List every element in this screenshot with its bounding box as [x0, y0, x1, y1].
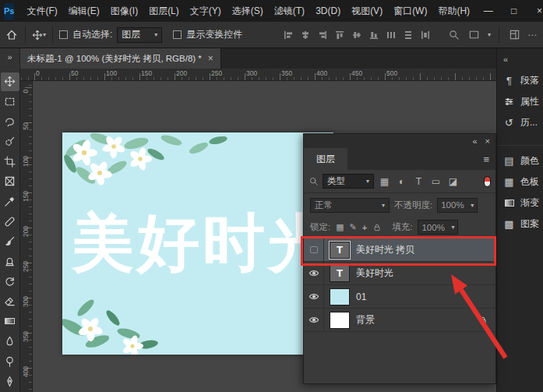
- window-controls: — □ ×: [475, 0, 543, 22]
- panel-button-history[interactable]: ↺ 历...: [497, 112, 543, 133]
- filter-shape-layers-icon[interactable]: ▭: [429, 176, 443, 187]
- menu-edit[interactable]: 编辑(E): [63, 0, 105, 22]
- blend-mode-dropdown[interactable]: 正常 ▾: [310, 198, 390, 213]
- filter-type-dropdown[interactable]: 类型 ▾: [323, 174, 374, 189]
- filter-smart-objects-icon[interactable]: ◪: [446, 176, 460, 187]
- align-middle-vertical-icon[interactable]: [350, 26, 364, 44]
- workspace-icon[interactable]: [507, 26, 521, 44]
- vertical-ruler[interactable]: 0 50 100 150 200 250 300 350 400: [20, 81, 33, 392]
- maximize-button[interactable]: □: [501, 0, 527, 22]
- fill-dropdown[interactable]: 100% ▾: [418, 220, 458, 235]
- visibility-toggle[interactable]: [304, 285, 324, 308]
- move-tool[interactable]: [1, 72, 19, 91]
- visibility-toggle[interactable]: [304, 262, 324, 284]
- blur-tool[interactable]: [1, 332, 19, 351]
- show-transform-checkbox[interactable]: [173, 30, 182, 39]
- panel-menu-icon[interactable]: ≡: [483, 148, 495, 170]
- distribute-horizontal-icon[interactable]: [384, 26, 398, 44]
- collapse-tools-icon[interactable]: »: [7, 51, 12, 63]
- align-top-icon[interactable]: [333, 26, 347, 44]
- gradient-tool[interactable]: [1, 313, 19, 331]
- chevron-down-icon[interactable]: ▾: [488, 31, 491, 38]
- text-layer-thumbnail[interactable]: T: [330, 265, 350, 282]
- layer-name[interactable]: 背景: [356, 313, 375, 327]
- menu-window[interactable]: 窗口(W): [388, 0, 432, 22]
- background-layer-thumbnail[interactable]: [330, 312, 350, 329]
- crop-tool[interactable]: [1, 153, 19, 171]
- panel-button-properties[interactable]: 属性: [497, 91, 543, 112]
- menu-file[interactable]: 文件(F): [21, 0, 62, 22]
- brush-tool[interactable]: [1, 232, 19, 251]
- align-bottom-icon[interactable]: [367, 26, 381, 44]
- expand-panels-icon[interactable]: «: [497, 55, 543, 70]
- image-layer-thumbnail[interactable]: [330, 288, 350, 305]
- quick-selection-tool[interactable]: [1, 132, 19, 151]
- lock-transparent-pixels-icon[interactable]: ▦: [336, 222, 344, 232]
- collapse-panel-icon[interactable]: «: [472, 136, 477, 146]
- move-tool-preset-icon[interactable]: ▾: [32, 26, 46, 44]
- align-left-icon[interactable]: [281, 26, 295, 44]
- layer-name[interactable]: 美好时光: [356, 267, 393, 280]
- document-tab[interactable]: 未标题-1 @ 100% (美好时光 拷贝, RGB/8) * ×: [20, 48, 221, 69]
- menu-layer[interactable]: 图层(L): [143, 0, 185, 22]
- layer-row-meihaoshiguang[interactable]: T 美好时光: [304, 262, 495, 285]
- menu-view[interactable]: 视图(V): [346, 0, 388, 22]
- home-icon[interactable]: [5, 26, 19, 44]
- menu-select[interactable]: 选择(S): [227, 0, 269, 22]
- auto-select-dropdown[interactable]: 图层 ▾: [117, 27, 162, 43]
- menu-3d[interactable]: 3D(D): [310, 0, 346, 22]
- visibility-toggle[interactable]: [304, 309, 324, 331]
- more-options-icon[interactable]: ⋯: [527, 30, 537, 41]
- distribute-vertical-icon[interactable]: [401, 26, 415, 44]
- tab-layers[interactable]: 图层: [304, 148, 347, 170]
- filter-pixel-layers-icon[interactable]: ▦: [378, 176, 391, 187]
- menu-image[interactable]: 图像(I): [105, 0, 143, 22]
- layer-row-background[interactable]: 背景: [304, 309, 495, 332]
- layer-row-01[interactable]: 01: [304, 285, 495, 309]
- canvas-text: 美好时光: [72, 212, 333, 274]
- menu-filter[interactable]: 滤镜(T): [269, 0, 310, 22]
- history-brush-tool[interactable]: [1, 272, 19, 291]
- minimize-button[interactable]: —: [475, 0, 501, 22]
- dodge-tool[interactable]: [1, 352, 19, 371]
- filter-type-layers-icon[interactable]: T: [412, 176, 425, 187]
- lock-image-pixels-icon[interactable]: ✎: [350, 222, 357, 232]
- panel-button-pattern[interactable]: ▩ 图案: [497, 214, 543, 235]
- clone-stamp-tool[interactable]: [1, 253, 19, 271]
- opacity-dropdown[interactable]: 100% ▾: [437, 198, 478, 213]
- lasso-tool[interactable]: [1, 112, 19, 131]
- healing-brush-tool[interactable]: [1, 212, 19, 231]
- panel-button-swatches[interactable]: ▦ 色板: [497, 171, 543, 192]
- layer-name[interactable]: 01: [356, 291, 366, 302]
- document-image[interactable]: 美好时光: [62, 132, 333, 355]
- layer-name[interactable]: 美好时光 拷贝: [356, 243, 414, 256]
- text-layer-thumbnail[interactable]: T: [330, 242, 350, 259]
- eyedropper-tool[interactable]: [1, 192, 19, 211]
- menu-help[interactable]: 帮助(H): [432, 0, 475, 22]
- lock-position-icon[interactable]: +: [362, 223, 367, 232]
- close-button[interactable]: ×: [527, 0, 543, 22]
- screen-mode-icon[interactable]: [467, 26, 481, 44]
- rectangular-marquee-tool[interactable]: [1, 93, 19, 111]
- lock-all-icon[interactable]: [372, 223, 382, 232]
- filter-switch-icon[interactable]: [484, 176, 491, 187]
- panel-button-label: 颜色: [520, 154, 539, 168]
- frame-tool[interactable]: [1, 172, 19, 191]
- distribute-spacing-icon[interactable]: [418, 26, 432, 44]
- search-icon[interactable]: [447, 26, 461, 44]
- align-right-icon[interactable]: [316, 26, 330, 44]
- eraser-tool[interactable]: [1, 292, 19, 311]
- panel-button-paragraph[interactable]: ¶ 段落: [497, 70, 543, 91]
- visibility-toggle[interactable]: [304, 238, 324, 261]
- menu-type[interactable]: 文字(Y): [185, 0, 227, 22]
- close-tab-icon[interactable]: ×: [208, 53, 213, 64]
- close-panel-icon[interactable]: ×: [485, 136, 490, 146]
- panel-button-color[interactable]: ▤ 颜色: [497, 150, 543, 171]
- filter-adjustment-layers-icon[interactable]: ◐: [395, 176, 408, 187]
- panel-button-gradient[interactable]: 渐变: [497, 192, 543, 214]
- align-center-horizontal-icon[interactable]: [298, 26, 312, 44]
- pen-tool[interactable]: [1, 372, 19, 390]
- auto-select-checkbox[interactable]: [59, 30, 68, 39]
- layer-row-meihaoshiguang-copy[interactable]: T 美好时光 拷贝: [304, 238, 495, 262]
- horizontal-ruler[interactable]: 0 50 100 150 200 250 300 350 400 450 500: [20, 69, 496, 81]
